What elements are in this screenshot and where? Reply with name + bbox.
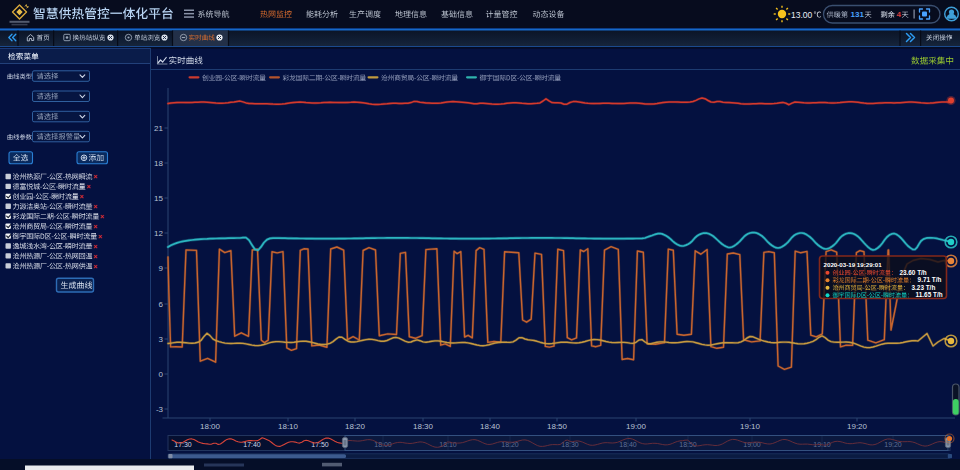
- svg-text:×: ×: [86, 183, 90, 190]
- svg-text:11.65 T/h: 11.65 T/h: [916, 291, 943, 298]
- svg-text:18:50: 18:50: [547, 422, 568, 431]
- svg-text:6: 6: [159, 300, 164, 309]
- svg-text:×: ×: [80, 193, 84, 200]
- svg-text:19:10: 19:10: [740, 422, 761, 431]
- svg-text:18:20: 18:20: [345, 422, 366, 431]
- svg-text:×: ×: [93, 243, 97, 250]
- svg-text:131: 131: [851, 10, 865, 19]
- svg-text:0: 0: [159, 370, 164, 379]
- svg-text:2020-03-19 19:29:01: 2020-03-19 19:29:01: [824, 261, 883, 268]
- svg-text:×: ×: [93, 203, 97, 210]
- svg-text:18:00: 18:00: [200, 422, 221, 431]
- svg-text:18: 18: [154, 159, 163, 168]
- svg-text:×: ×: [93, 223, 97, 230]
- svg-text:23.60 T/h: 23.60 T/h: [899, 269, 926, 276]
- svg-text:9: 9: [159, 264, 164, 273]
- svg-text:13.00: 13.00: [791, 10, 813, 20]
- svg-text:15: 15: [154, 194, 163, 203]
- svg-text:×: ×: [93, 253, 97, 260]
- svg-text:3: 3: [159, 335, 164, 344]
- svg-text:18:30: 18:30: [413, 422, 434, 431]
- svg-text:4: 4: [897, 10, 902, 19]
- svg-text:19:00: 19:00: [626, 422, 647, 431]
- svg-text:21: 21: [154, 124, 163, 133]
- svg-text:×: ×: [93, 173, 97, 180]
- svg-text:-3: -3: [156, 405, 164, 414]
- svg-text:×: ×: [100, 213, 104, 220]
- svg-text:3.23 T/h: 3.23 T/h: [912, 284, 936, 291]
- svg-text:×: ×: [93, 263, 97, 270]
- svg-text:×: ×: [98, 233, 102, 240]
- svg-text:18:10: 18:10: [278, 422, 299, 431]
- svg-text:18:40: 18:40: [480, 422, 501, 431]
- svg-text:19:20: 19:20: [847, 422, 868, 431]
- svg-text:9.71 T/h: 9.71 T/h: [918, 276, 942, 283]
- svg-text:12: 12: [154, 229, 163, 238]
